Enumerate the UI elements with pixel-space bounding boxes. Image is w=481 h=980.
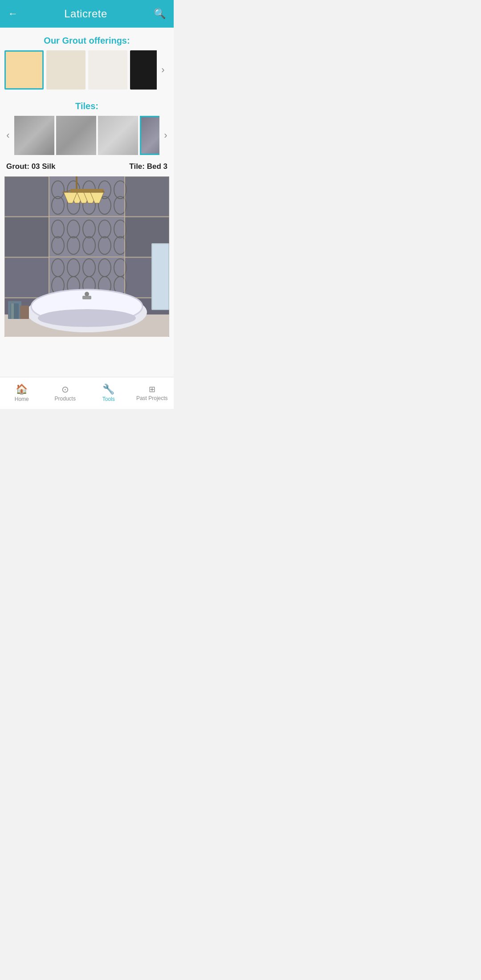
nav-home[interactable]: 🏠 Home xyxy=(0,377,44,409)
nav-past-projects-label: Past Projects xyxy=(136,395,168,401)
tile-next-arrow[interactable]: › xyxy=(159,129,172,142)
svg-rect-73 xyxy=(11,303,14,319)
svg-rect-5 xyxy=(125,176,169,216)
tools-icon: 🔧 xyxy=(102,384,114,394)
app-title: Laticrete xyxy=(64,8,107,20)
back-button[interactable]: ← xyxy=(8,8,18,20)
grout-swatch-2[interactable] xyxy=(46,50,86,90)
tile-swatches-container xyxy=(14,116,159,155)
svg-point-68 xyxy=(85,292,89,296)
nav-tools[interactable]: 🔧 Tools xyxy=(87,377,130,409)
nav-past-projects[interactable]: ⊞ Past Projects xyxy=(130,377,174,409)
tile-prev-arrow[interactable]: ‹ xyxy=(2,129,14,142)
bottom-navigation: 🏠 Home ⊙ Products 🔧 Tools ⊞ Past Project… xyxy=(0,377,174,409)
grout-swatch-3[interactable] xyxy=(88,50,127,90)
tile-label: Tile: Bed 3 xyxy=(129,162,167,171)
svg-point-66 xyxy=(38,309,136,327)
main-content: Our Grout offerings: › Tiles: ‹ › Grout:… xyxy=(0,28,174,377)
past-projects-icon: ⊞ xyxy=(149,385,155,393)
tile-section-title: Tiles: xyxy=(0,93,174,116)
tile-swatch-1[interactable] xyxy=(14,116,54,155)
svg-rect-2 xyxy=(4,217,49,257)
svg-rect-1 xyxy=(4,176,49,216)
preview-container xyxy=(4,176,169,337)
nav-products[interactable]: ⊙ Products xyxy=(44,377,87,409)
grout-swatch-1[interactable] xyxy=(4,50,44,90)
svg-rect-70 xyxy=(152,244,168,309)
grout-swatch-4[interactable] xyxy=(130,50,157,90)
grout-label: Grout: 03 Silk xyxy=(6,162,56,171)
svg-rect-67 xyxy=(82,296,91,299)
tile-swatch-3[interactable] xyxy=(98,116,138,155)
bathroom-preview xyxy=(4,176,169,337)
svg-rect-3 xyxy=(4,257,49,298)
grout-carousel: › xyxy=(0,50,174,90)
home-icon: 🏠 xyxy=(16,384,28,394)
nav-products-label: Products xyxy=(55,396,76,402)
svg-rect-54 xyxy=(76,176,77,190)
search-button[interactable]: 🔍 xyxy=(154,8,166,20)
tile-carousel: ‹ › xyxy=(0,116,174,155)
nav-home-label: Home xyxy=(15,396,29,402)
grout-next-arrow[interactable]: › xyxy=(157,64,169,76)
svg-rect-74 xyxy=(20,306,29,319)
products-icon: ⊙ xyxy=(61,385,69,394)
svg-rect-55 xyxy=(70,189,104,192)
grout-section-title: Our Grout offerings: xyxy=(0,28,174,50)
tile-swatch-2[interactable] xyxy=(56,116,96,155)
grout-swatches-container xyxy=(4,50,157,90)
tile-swatch-4[interactable] xyxy=(140,116,159,155)
app-header: ← Laticrete 🔍 xyxy=(0,0,174,28)
selection-labels: Grout: 03 Silk Tile: Bed 3 xyxy=(0,159,174,176)
nav-tools-label: Tools xyxy=(102,396,115,402)
